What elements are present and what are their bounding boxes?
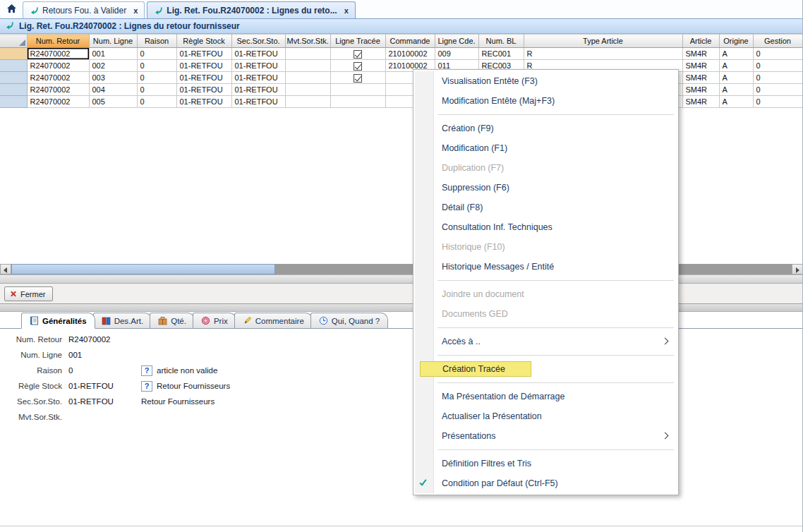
cell-regle-stock[interactable]: 01-RETFOU [176, 48, 231, 60]
cell-num-ligne[interactable]: 002 [89, 60, 137, 72]
menu-item-suppression-f6[interactable]: Suppression (F6) [415, 178, 677, 198]
cell-regle-stock[interactable]: 01-RETFOU [176, 84, 231, 96]
cell-ligne-tracee[interactable] [330, 48, 385, 60]
splitter-bottom[interactable] [0, 303, 803, 312]
column-header-gestion[interactable]: Gestion [753, 35, 802, 48]
row-selector[interactable] [0, 96, 27, 108]
horizontal-scrollbar[interactable] [0, 264, 803, 274]
cell-raison[interactable]: 0 [137, 60, 176, 72]
cell-mvt-sor-stk[interactable] [285, 72, 330, 84]
cell-num-retour[interactable]: R24070002 [27, 96, 89, 108]
menu-item-visualisation-entete-f3[interactable]: Visualisation Entête (F3) [415, 71, 677, 91]
menu-item-detail-f8[interactable]: Détail (F8) [415, 198, 677, 217]
cell-num-ligne[interactable]: 005 [89, 96, 137, 108]
cell-ligne-tracee[interactable] [330, 84, 385, 96]
column-header-sec-sor-sto[interactable]: Sec.Sor.Sto. [231, 35, 285, 48]
cell-num-ligne[interactable]: 001 [89, 48, 137, 60]
menu-item-consultation-inf-techniques[interactable]: Consultation Inf. Techniques [415, 217, 677, 237]
help-button[interactable]: ? [141, 365, 152, 376]
bottom-tab-commentaire[interactable]: Commentaire [234, 313, 313, 328]
column-header-article[interactable]: Article [682, 35, 719, 48]
tab-active-lig-ret-fou-r24070002-lignes-du-reto[interactable]: Lig. Ret. Fou.R24070002 : Lignes du reto… [147, 1, 356, 18]
cell-sec-sor-sto[interactable]: 01-RETFOU [231, 60, 285, 72]
menu-item-presentations[interactable]: Présentations [415, 426, 677, 446]
cell-origine[interactable]: A [719, 60, 753, 72]
column-header-type-article[interactable]: Type Article [524, 35, 682, 48]
cell-raison[interactable]: 0 [137, 72, 176, 84]
cell-gestion[interactable]: 0 [753, 84, 802, 96]
row-selector[interactable] [0, 84, 27, 96]
cell-sec-sor-sto[interactable]: 01-RETFOU [231, 48, 285, 60]
cell-article[interactable]: SM4R [682, 96, 719, 108]
bottom-tab-des-art[interactable]: Des.Art. [93, 313, 152, 328]
cell-mvt-sor-stk[interactable] [285, 96, 330, 108]
cell-origine[interactable]: A [719, 96, 753, 108]
cell-mvt-sor-stk[interactable] [285, 84, 330, 96]
bottom-tab-qui-quand[interactable]: Qui, Quand ? [310, 313, 388, 328]
column-header-ligne-cde[interactable]: Ligne Cde. [435, 35, 478, 48]
cell-num-retour[interactable]: R24070002 [27, 60, 89, 72]
checkbox-checked-icon[interactable] [354, 50, 362, 59]
scroll-right-button[interactable] [792, 264, 803, 274]
cell-origine[interactable]: A [719, 72, 753, 84]
cell-num-retour[interactable]: R24070002 [27, 48, 89, 60]
cell-mvt-sor-stk[interactable] [285, 60, 330, 72]
bottom-tab-qte[interactable]: Qté. [150, 313, 195, 328]
column-header-regle-stock[interactable]: Règle Stock [176, 35, 231, 48]
scroll-left-button[interactable] [0, 264, 11, 274]
cell-raison[interactable]: 0 [137, 84, 176, 96]
column-header-origine[interactable]: Origine [719, 35, 753, 48]
menu-item-modification-entete-maj-f3[interactable]: Modification Entête (Maj+F3) [415, 91, 677, 111]
cell-commande[interactable]: 210100002 [385, 48, 435, 60]
splitter-top[interactable] [0, 274, 803, 284]
menu-item-condition-par-defaut-ctrl-f5[interactable]: Condition par Défaut (Ctrl-F5) [415, 473, 677, 493]
menu-item-creation-tracee[interactable]: Création Tracée [415, 359, 677, 379]
cell-article[interactable]: SM4R [682, 60, 719, 72]
fermer-button[interactable]: Fermer [4, 286, 53, 301]
cell-gestion[interactable]: 0 [753, 72, 802, 84]
checkbox-checked-icon[interactable] [354, 74, 362, 83]
row-selector[interactable] [0, 72, 27, 84]
cell-raison[interactable]: 0 [137, 48, 176, 60]
cell-article[interactable]: SM4R [682, 72, 719, 84]
home-tab[interactable] [0, 0, 23, 18]
cell-regle-stock[interactable]: 01-RETFOU [176, 96, 231, 108]
cell-sec-sor-sto[interactable]: 01-RETFOU [231, 72, 285, 84]
cell-gestion[interactable]: 0 [753, 96, 802, 108]
cell-article[interactable]: SM4R [682, 48, 719, 60]
cell-raison[interactable]: 0 [137, 96, 176, 108]
column-header-ligne-tracee[interactable]: Ligne Tracée [330, 35, 385, 48]
cell-sec-sor-sto[interactable]: 01-RETFOU [231, 96, 285, 108]
column-header-num-ligne[interactable]: Num. Ligne [89, 35, 137, 48]
cell-num-bl[interactable]: REC001 [478, 48, 524, 60]
menu-item-acces-a[interactable]: Accès à .. [415, 332, 677, 351]
grid-corner-header[interactable] [0, 35, 27, 48]
menu-item-ma-presentation-de-demarrage[interactable]: Ma Présentation de Démarrage [415, 387, 677, 406]
cell-sec-sor-sto[interactable]: 01-RETFOU [231, 84, 285, 96]
scrollbar-thumb[interactable] [11, 264, 275, 274]
cell-num-ligne[interactable]: 004 [89, 84, 137, 96]
column-header-commande[interactable]: Commande [385, 35, 435, 48]
cell-gestion[interactable]: 0 [753, 48, 802, 60]
menu-item-definition-filtres-et-tris[interactable]: Définition Filtres et Tris [415, 454, 677, 473]
tab-close-icon[interactable]: x [344, 6, 349, 15]
cell-mvt-sor-stk[interactable] [285, 48, 330, 60]
cell-ligne-tracee[interactable] [330, 72, 385, 84]
menu-item-modification-f1[interactable]: Modification (F1) [415, 138, 677, 158]
bottom-tab-generalites[interactable]: Généralités [21, 313, 95, 329]
cell-gestion[interactable]: 0 [753, 60, 802, 72]
menu-item-actualiser-la-presentation[interactable]: Actualiser la Présentation [415, 406, 677, 426]
cell-type-article[interactable]: R [524, 48, 682, 60]
bottom-tab-prix[interactable]: Prix [193, 313, 236, 328]
cell-regle-stock[interactable]: 01-RETFOU [176, 60, 231, 72]
cell-origine[interactable]: A [719, 48, 753, 60]
cell-origine[interactable]: A [719, 84, 753, 96]
menu-item-creation-f9[interactable]: Création (F9) [415, 119, 677, 138]
column-header-num-bl[interactable]: Num. BL [478, 35, 524, 48]
menu-item-historique-messages-entite[interactable]: Historique Messages / Entité [415, 257, 677, 277]
row-selector[interactable] [0, 48, 27, 60]
row-selector[interactable] [0, 60, 27, 72]
cell-regle-stock[interactable]: 01-RETFOU [176, 72, 231, 84]
cell-num-retour[interactable]: R24070002 [27, 84, 89, 96]
cell-ligne-tracee[interactable] [330, 60, 385, 72]
